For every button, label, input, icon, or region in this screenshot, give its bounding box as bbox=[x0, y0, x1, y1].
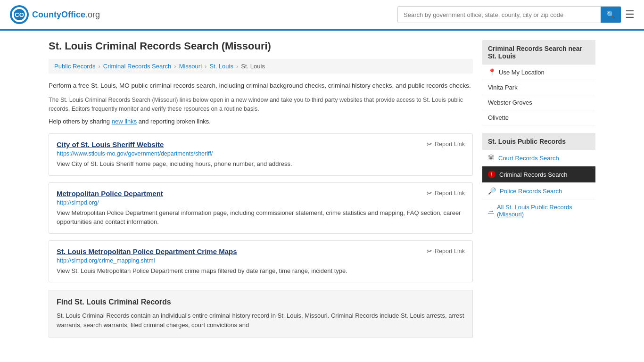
hamburger-icon: ☰ bbox=[625, 8, 635, 20]
criminal-icon: ! bbox=[488, 171, 495, 178]
breadcrumb-st-louis[interactable]: St. Louis bbox=[209, 63, 233, 70]
main-layout: St. Louis Criminal Records Search (Misso… bbox=[39, 31, 605, 337]
logo-suffix: .org bbox=[85, 10, 100, 19]
breadcrumb-public-records[interactable]: Public Records bbox=[54, 63, 95, 70]
breadcrumb: Public Records › Criminal Records Search… bbox=[49, 59, 473, 74]
court-records-label: Court Records Search bbox=[498, 155, 559, 162]
sidebar-nearby-header: Criminal Records Search near St. Louis bbox=[482, 40, 595, 65]
report-link-1[interactable]: ✂ Report Link bbox=[427, 140, 465, 148]
sidebar-nearby-section: Criminal Records Search near St. Louis 📍… bbox=[482, 40, 595, 125]
breadcrumb-criminal-records[interactable]: Criminal Records Search bbox=[103, 63, 172, 70]
sidebar-court-records[interactable]: 🏛 Court Records Search bbox=[482, 150, 595, 166]
breadcrumb-missouri[interactable]: Missouri bbox=[179, 63, 202, 70]
nearby-location-label-1: Webster Groves bbox=[488, 99, 532, 106]
result-desc-3: View St. Louis Metropolitan Police Depar… bbox=[57, 266, 465, 276]
content: St. Louis Criminal Records Search (Misso… bbox=[49, 40, 473, 337]
breadcrumb-current: St. Louis bbox=[241, 63, 265, 70]
description1: Perform a free St. Louis, MO public crim… bbox=[49, 81, 473, 91]
logo-text: CountyOffice.org bbox=[32, 10, 100, 20]
report-label-1: Report Link bbox=[435, 141, 465, 148]
search-icon: 🔍 bbox=[606, 10, 615, 18]
result-title-2[interactable]: Metropolitan Police Department bbox=[57, 189, 163, 197]
menu-button[interactable]: ☰ bbox=[625, 9, 635, 20]
header: CO CountyOffice.org 🔍 ☰ bbox=[0, 0, 644, 31]
location-pin-icon: 📍 bbox=[488, 68, 496, 76]
use-my-location[interactable]: 📍 Use My Location bbox=[482, 65, 595, 80]
search-area: 🔍 ☰ bbox=[397, 6, 635, 23]
report-icon-2: ✂ bbox=[427, 189, 432, 197]
logo-name: CountyOffice bbox=[32, 10, 85, 19]
police-records-label: Police Records Search bbox=[500, 188, 562, 195]
sidebar-criminal-records[interactable]: ! Criminal Records Search bbox=[482, 166, 595, 183]
sidebar-all-records[interactable]: → All St. Louis Public Records (Missouri… bbox=[482, 199, 595, 222]
use-my-location-label: Use My Location bbox=[499, 69, 545, 76]
svg-text:CO: CO bbox=[15, 11, 24, 18]
new-links-link[interactable]: new links bbox=[112, 118, 137, 125]
find-title: Find St. Louis Criminal Records bbox=[57, 298, 465, 306]
page-title: St. Louis Criminal Records Search (Misso… bbox=[49, 40, 473, 52]
result-card-2: Metropolitan Police Department ✂ Report … bbox=[49, 182, 473, 234]
result-desc-1: View City of St. Louis Sheriff home page… bbox=[57, 159, 465, 169]
report-link-3[interactable]: ✂ Report Link bbox=[427, 247, 465, 255]
search-box-wrapper: 🔍 bbox=[397, 6, 621, 23]
result-card-3-header: St. Louis Metropolitan Police Department… bbox=[57, 247, 465, 255]
share-text-prefix: Help others by sharing bbox=[49, 118, 112, 125]
logo-icon: CO bbox=[9, 5, 29, 25]
nearby-location-2[interactable]: Olivette bbox=[482, 110, 595, 125]
result-title-3[interactable]: St. Louis Metropolitan Police Department… bbox=[57, 247, 237, 255]
result-url-3[interactable]: http://slmpd.org/crime_mapping.shtml bbox=[57, 257, 465, 264]
police-icon: 🔎 bbox=[488, 187, 496, 195]
report-label-2: Report Link bbox=[435, 190, 465, 197]
nearby-location-0[interactable]: Vinita Park bbox=[482, 80, 595, 95]
sidebar-public-records-header: St. Louis Public Records bbox=[482, 133, 595, 150]
all-records-label: All St. Louis Public Records (Missouri) bbox=[497, 204, 590, 218]
criminal-records-label: Criminal Records Search bbox=[499, 171, 568, 178]
result-card-2-header: Metropolitan Police Department ✂ Report … bbox=[57, 189, 465, 197]
court-icon: 🏛 bbox=[488, 154, 495, 162]
find-section: Find St. Louis Criminal Records St. Loui… bbox=[49, 290, 473, 337]
result-card-3: St. Louis Metropolitan Police Department… bbox=[49, 240, 473, 283]
share-text-suffix: and reporting broken links. bbox=[137, 118, 211, 125]
arrow-icon: → bbox=[488, 207, 494, 214]
report-icon-1: ✂ bbox=[427, 140, 432, 148]
bc-sep-1: › bbox=[98, 63, 100, 70]
bc-sep-3: › bbox=[205, 63, 206, 70]
search-button[interactable]: 🔍 bbox=[601, 7, 621, 23]
result-url-1[interactable]: https://www.stlouis-mo.gov/government/de… bbox=[57, 150, 465, 157]
sidebar: Criminal Records Search near St. Louis 📍… bbox=[482, 40, 595, 337]
report-icon-3: ✂ bbox=[427, 247, 432, 255]
bc-sep-4: › bbox=[236, 63, 238, 70]
sidebar-police-records[interactable]: 🔎 Police Records Search bbox=[482, 183, 595, 199]
result-card-1-header: City of St. Louis Sheriff Website ✂ Repo… bbox=[57, 140, 465, 148]
search-input[interactable] bbox=[398, 8, 601, 22]
bc-sep-2: › bbox=[174, 63, 176, 70]
sidebar-public-records-section: St. Louis Public Records 🏛 Court Records… bbox=[482, 133, 595, 222]
report-link-2[interactable]: ✂ Report Link bbox=[427, 189, 465, 197]
result-desc-2: View Metropolitan Police Department gene… bbox=[57, 208, 465, 227]
result-url-2[interactable]: http://slmpd.org/ bbox=[57, 199, 465, 206]
nearby-location-label-2: Olivette bbox=[488, 114, 509, 121]
result-card-1: City of St. Louis Sheriff Website ✂ Repo… bbox=[49, 133, 473, 176]
nearby-location-1[interactable]: Webster Groves bbox=[482, 95, 595, 110]
description2: The St. Louis Criminal Records Search (M… bbox=[49, 96, 473, 114]
logo-area: CO CountyOffice.org bbox=[9, 5, 100, 25]
find-desc: St. Louis Criminal Records contain an in… bbox=[57, 311, 465, 329]
nearby-location-label-0: Vinita Park bbox=[488, 84, 518, 91]
report-label-3: Report Link bbox=[435, 248, 465, 255]
result-title-1[interactable]: City of St. Louis Sheriff Website bbox=[57, 140, 164, 148]
share-text: Help others by sharing new links and rep… bbox=[49, 118, 473, 125]
